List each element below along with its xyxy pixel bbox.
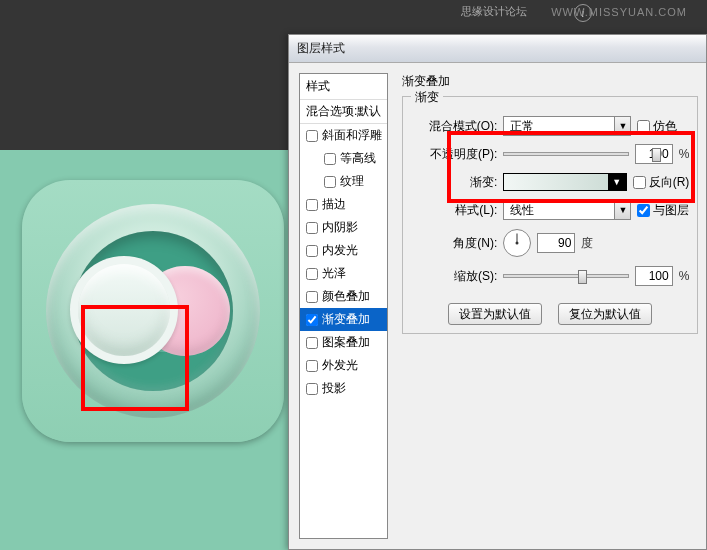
gradient-style-select[interactable]: 线性 ▼ (503, 200, 631, 220)
watermark-site: WWW.MISSYUAN.COM (551, 6, 687, 18)
cb-contour[interactable] (324, 153, 336, 165)
cb-drop-shadow[interactable] (306, 383, 318, 395)
style-pattern-overlay-label: 图案叠加 (322, 334, 370, 351)
angle-input[interactable] (537, 233, 575, 253)
section-title: 渐变叠加 (402, 73, 698, 90)
dialog-title: 图层样式 (297, 40, 345, 57)
scale-label: 缩放(S): (411, 268, 497, 285)
cb-texture[interactable] (324, 176, 336, 188)
row-angle: 角度(N): 度 (411, 227, 689, 259)
style-satin-label: 光泽 (322, 265, 346, 282)
style-contour[interactable]: 等高线 (300, 147, 387, 170)
group-title: 渐变 (411, 89, 443, 106)
cb-color-overlay[interactable] (306, 291, 318, 303)
style-color-overlay[interactable]: 颜色叠加 (300, 285, 387, 308)
chevron-down-icon: ▼ (614, 201, 630, 219)
scale-thumb[interactable] (578, 270, 587, 284)
style-inner-shadow-label: 内阴影 (322, 219, 358, 236)
cb-inner-shadow[interactable] (306, 222, 318, 234)
style-bevel-label: 斜面和浮雕 (322, 127, 382, 144)
style-color-overlay-label: 颜色叠加 (322, 288, 370, 305)
make-default-button[interactable]: 设置为默认值 (448, 303, 542, 325)
style-inner-shadow[interactable]: 内阴影 (300, 216, 387, 239)
style-contour-label: 等高线 (340, 150, 376, 167)
angle-suffix: 度 (581, 235, 593, 252)
style-texture[interactable]: 纹理 (300, 170, 387, 193)
scale-input[interactable] (635, 266, 673, 286)
dialog-titlebar[interactable]: 图层样式 (289, 35, 706, 63)
cb-gradient-overlay[interactable] (306, 314, 318, 326)
style-drop-shadow-label: 投影 (322, 380, 346, 397)
style-gradient-overlay-label: 渐变叠加 (322, 311, 370, 328)
annotation-box-opacity-gradient (447, 131, 695, 203)
reset-default-button[interactable]: 复位为默认值 (558, 303, 652, 325)
style-label: 样式(L): (411, 202, 497, 219)
align-label: 与图层 (653, 202, 689, 219)
style-value: 线性 (504, 202, 614, 219)
default-buttons-row: 设置为默认值 复位为默认值 (411, 303, 689, 325)
angle-label: 角度(N): (411, 235, 497, 252)
cb-align[interactable] (637, 204, 650, 217)
cb-inner-glow[interactable] (306, 245, 318, 257)
style-stroke[interactable]: 描边 (300, 193, 387, 216)
style-satin[interactable]: 光泽 (300, 262, 387, 285)
watermark-zh: 思缘设计论坛 (461, 4, 527, 19)
row-scale: 缩放(S): % (411, 265, 689, 287)
cb-stroke[interactable] (306, 199, 318, 211)
style-outer-glow[interactable]: 外发光 (300, 354, 387, 377)
styles-list: 样式 混合选项:默认 斜面和浮雕 等高线 纹理 描边 内阴影 内发光 光泽 颜色… (299, 73, 388, 539)
scale-slider[interactable] (503, 274, 628, 278)
cb-satin[interactable] (306, 268, 318, 280)
cb-outer-glow[interactable] (306, 360, 318, 372)
annotation-box-knob (81, 305, 189, 411)
style-inner-glow-label: 内发光 (322, 242, 358, 259)
style-outer-glow-label: 外发光 (322, 357, 358, 374)
style-pattern-overlay[interactable]: 图案叠加 (300, 331, 387, 354)
blending-options-default[interactable]: 混合选项:默认 (300, 99, 387, 124)
style-inner-glow[interactable]: 内发光 (300, 239, 387, 262)
cb-bevel[interactable] (306, 130, 318, 142)
scale-suffix: % (679, 269, 690, 283)
blending-options-label: 混合选项:默认 (306, 103, 381, 120)
angle-dial[interactable] (503, 229, 531, 257)
layer-style-dialog: 图层样式 样式 混合选项:默认 斜面和浮雕 等高线 纹理 描边 内阴影 内发光 … (288, 34, 707, 550)
style-bevel-emboss[interactable]: 斜面和浮雕 (300, 124, 387, 147)
style-drop-shadow[interactable]: 投影 (300, 377, 387, 400)
cb-pattern-overlay[interactable] (306, 337, 318, 349)
style-texture-label: 纹理 (340, 173, 364, 190)
style-gradient-overlay[interactable]: 渐变叠加 (300, 308, 387, 331)
style-stroke-label: 描边 (322, 196, 346, 213)
styles-header[interactable]: 样式 (300, 74, 387, 99)
align-checkbox[interactable]: 与图层 (637, 202, 689, 219)
